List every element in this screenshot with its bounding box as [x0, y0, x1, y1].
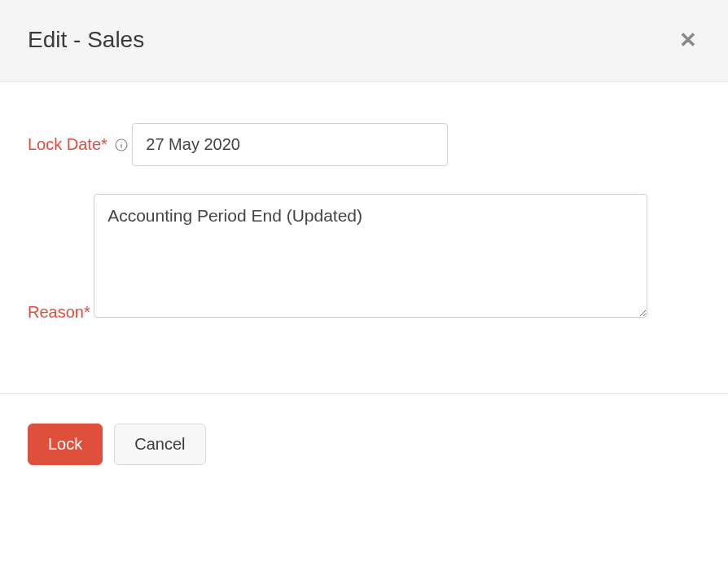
- cancel-button[interactable]: Cancel: [114, 424, 205, 465]
- dialog-footer: Lock Cancel: [0, 393, 728, 494]
- reason-textarea[interactable]: [94, 194, 647, 318]
- reason-label: Reason*: [28, 303, 90, 322]
- dialog-title: Edit - Sales: [28, 27, 144, 53]
- dialog-body: Lock Date* Reason*: [0, 82, 728, 393]
- lock-date-field-group: Lock Date*: [28, 123, 700, 166]
- lock-date-label: Lock Date*: [28, 135, 129, 154]
- svg-point-1: [121, 142, 121, 143]
- reason-label-text: Reason*: [28, 303, 90, 322]
- lock-date-label-text: Lock Date*: [28, 135, 107, 154]
- lock-button[interactable]: Lock: [28, 424, 103, 465]
- info-icon[interactable]: [114, 138, 129, 152]
- lock-date-input[interactable]: [132, 123, 448, 166]
- reason-field-group: Reason*: [28, 194, 700, 333]
- close-icon[interactable]: ✕: [676, 26, 700, 54]
- dialog-header: Edit - Sales ✕: [0, 0, 728, 82]
